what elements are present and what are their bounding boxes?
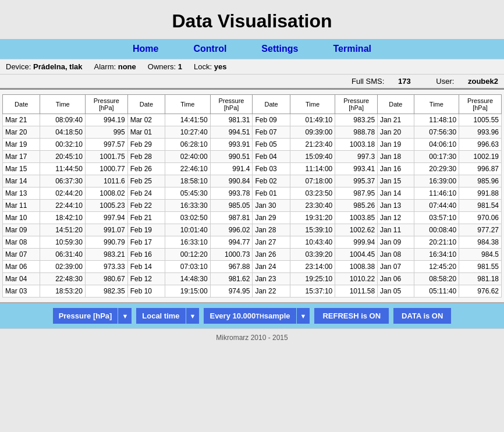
table-row: Mar 0914:51:20991.07Feb 1910:01:40996.02… bbox=[3, 224, 502, 236]
table-row: Mar 1406:37:301011.6Feb 2518:58:10990.84… bbox=[3, 175, 502, 187]
pressure-dropdown-group: Pressure [hPa] ▼ bbox=[53, 308, 132, 324]
nav-terminal[interactable]: Terminal bbox=[333, 44, 371, 54]
table-row: Mar 1720:45:101001.75Feb 2802:40:00990.5… bbox=[3, 151, 502, 163]
page-title: Data Visualisation bbox=[0, 10, 504, 32]
footer: Mikromarz 2010 - 2015 bbox=[0, 328, 504, 346]
sms-status: Full SMS: 173 bbox=[340, 77, 413, 86]
status-bar: Full SMS: 173 User: zoubek2 bbox=[0, 75, 504, 88]
col-header-pressure3: Pressure[hPa] bbox=[335, 95, 378, 114]
col-header-date1: Date bbox=[3, 95, 40, 114]
title-bar: Data Visualisation bbox=[0, 0, 504, 39]
table-row: Mar 1511:44:501000.77Feb 2622:46:10991.4… bbox=[3, 163, 502, 175]
footer-text: Mikromarz 2010 - 2015 bbox=[216, 334, 288, 342]
col-header-time4: Time bbox=[414, 95, 459, 114]
col-header-pressure2: Pressure[hPa] bbox=[210, 95, 253, 114]
pressure-dropdown-btn[interactable]: Pressure [hPa] bbox=[53, 308, 118, 324]
sample-dropdown-btn[interactable]: Every 10.000TH sample bbox=[204, 308, 296, 324]
table-row: Mar 1900:32:10997.57Feb 2906:28:10993.91… bbox=[3, 139, 502, 151]
sample-dropdown-group: Every 10.000TH sample ▼ bbox=[204, 308, 310, 324]
table-row: Mar 1018:42:10997.94Feb 2103:02:50987.81… bbox=[3, 212, 502, 224]
col-header-date2: Date bbox=[127, 95, 165, 114]
col-header-time2: Time bbox=[165, 95, 210, 114]
nav-settings[interactable]: Settings bbox=[261, 44, 298, 54]
localtime-dropdown-arrow[interactable]: ▼ bbox=[186, 308, 200, 324]
table-row: Mar 0602:39:00973.33Feb 1407:03:10967.88… bbox=[3, 261, 502, 273]
table-row: Mar 1122:44:101005.23Feb 2216:33:30985.0… bbox=[3, 200, 502, 212]
owners-info: Owners: 1 bbox=[148, 62, 182, 71]
alarm-info: Alarm: none bbox=[94, 62, 136, 71]
nav-bar: Home Control Settings Terminal bbox=[0, 39, 504, 59]
localtime-dropdown-btn[interactable]: Local time bbox=[136, 308, 185, 324]
table-row: Mar 0706:31:40983.21Feb 1600:12:201000.7… bbox=[3, 249, 502, 261]
sample-dropdown-arrow[interactable]: ▼ bbox=[296, 308, 310, 324]
col-header-pressure4: Pressure[hPa] bbox=[459, 95, 502, 114]
col-header-date3: Date bbox=[253, 95, 290, 114]
table-row: Mar 0810:59:30990.79Feb 1716:33:10994.77… bbox=[3, 236, 502, 249]
data-btn[interactable]: DATA is ON bbox=[393, 308, 451, 324]
bottom-toolbar: Pressure [hPa] ▼ Local time ▼ Every 10.0… bbox=[0, 302, 504, 328]
info-bar: Device: Prádelna, tlak Alarm: none Owner… bbox=[0, 59, 504, 75]
data-table: Date Time Pressure[hPa] Date Time Pressu… bbox=[2, 94, 502, 298]
col-header-time1: Time bbox=[40, 95, 85, 114]
lock-info: Lock: yes bbox=[194, 62, 226, 71]
table-row: Mar 0318:53:20982.35Feb 1019:15:00974.95… bbox=[3, 285, 502, 298]
nav-home[interactable]: Home bbox=[133, 44, 158, 54]
refresh-btn[interactable]: REFRESH is ON bbox=[314, 308, 389, 324]
table-row: Mar 2004:18:50995Mar 0110:27:40994.51Feb… bbox=[3, 126, 502, 139]
col-header-pressure1: Pressure[hPa] bbox=[85, 95, 127, 114]
table-row: Mar 1302:44:201008.02Feb 2405:45:30993.7… bbox=[3, 187, 502, 200]
user-status: User: zoubek2 bbox=[424, 77, 498, 86]
table-row: Mar 0422:48:30980.67Feb 1214:48:30981.62… bbox=[3, 273, 502, 285]
table-container: Date Time Pressure[hPa] Date Time Pressu… bbox=[0, 90, 504, 302]
table-row: Mar 2108:09:40994.19Mar 0214:41:50981.31… bbox=[3, 114, 502, 126]
localtime-dropdown-group: Local time ▼ bbox=[136, 308, 199, 324]
col-header-date4: Date bbox=[378, 95, 414, 114]
pressure-dropdown-arrow[interactable]: ▼ bbox=[118, 308, 132, 324]
nav-control[interactable]: Control bbox=[193, 44, 226, 54]
device-label: Device: Prádelna, tlak bbox=[6, 62, 83, 71]
page-wrapper: Data Visualisation Home Control Settings… bbox=[0, 0, 504, 432]
col-header-time3: Time bbox=[290, 95, 335, 114]
